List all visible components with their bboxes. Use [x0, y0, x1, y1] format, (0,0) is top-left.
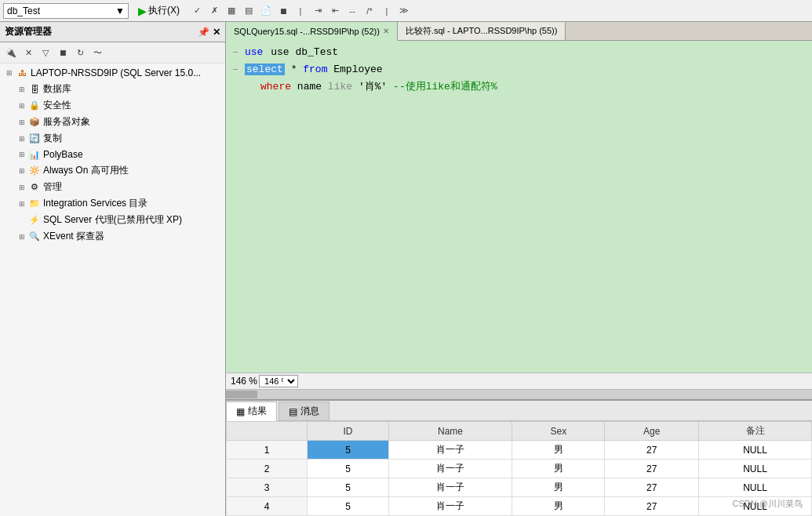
table-row[interactable]: 25肖一子男27NULL: [227, 460, 812, 478]
table-cell: 肖一子: [388, 478, 512, 497]
toolbar-comment-icon[interactable]: --: [344, 3, 360, 19]
server-node[interactable]: ⊞ 🖧 LAPTOP-NRSSD9IP (SQL Server 15.0...: [0, 65, 225, 81]
table-cell: 肖一子: [388, 497, 512, 516]
use-keyword: use: [245, 46, 263, 58]
sidebar-header: 资源管理器 📌 ✕: [0, 22, 225, 42]
execute-button[interactable]: ▶ 执行(X): [135, 2, 183, 19]
comment-text: --使用like和通配符%: [393, 81, 497, 93]
table-cell: 5: [308, 460, 388, 478]
sidebar-tree: ⊞ 🖧 LAPTOP-NRSSD9IP (SQL Server 15.0... …: [0, 64, 225, 516]
toolbar-grid-icon[interactable]: ▦: [224, 3, 239, 19]
scroll-thumb[interactable]: [226, 391, 257, 398]
zoom-select[interactable]: 146 % 100 % 75 %: [259, 375, 298, 387]
table-cell: 男: [512, 460, 605, 478]
code-line-3-text: where name like '肖%' --使用like和通配符%: [260, 78, 497, 96]
results-tab-messages-label: 消息: [300, 405, 319, 418]
code-area[interactable]: – use use db_Test – select * from Employ…: [226, 41, 812, 372]
always-on-label: Always On 高可用性: [43, 164, 129, 177]
toolbar-check-icon[interactable]: ✓: [189, 3, 205, 19]
table-row[interactable]: 45肖一子男27NULL: [227, 497, 812, 516]
play-icon: ▶: [138, 5, 147, 17]
connect-icon[interactable]: 🔌: [3, 45, 19, 60]
watermark: CSDN @川川菜鸟: [733, 498, 803, 510]
toolbar-parse-icon[interactable]: ✗: [206, 3, 222, 19]
databases-expand-icon: ⊞: [16, 83, 28, 96]
sidebar-item-databases[interactable]: ⊞ 🗄 数据库: [0, 81, 225, 97]
sidebar-item-server-objects[interactable]: ⊞ 📦 服务器对象: [0, 114, 225, 130]
filter-icon[interactable]: ▽: [38, 45, 53, 60]
integration-services-expand-icon: ⊞: [16, 198, 28, 210]
sidebar-item-replication[interactable]: ⊞ 🔄 复制: [0, 130, 225, 147]
sidebar-item-integration-services[interactable]: ⊞ 📁 Integration Services 目录: [0, 195, 225, 212]
tab-sqlquery15-label: SQLQuery15.sql -...RSSD9IP\hp (52)): [234, 27, 380, 36]
row-num-cell: 2: [227, 460, 308, 478]
table-cell: NULL: [699, 441, 812, 460]
th-age: Age: [605, 422, 699, 441]
th-note: 备注: [699, 422, 812, 441]
zoom-bar: 146 % 146 % 100 % 75 %: [226, 372, 812, 390]
table-row[interactable]: 15肖一子男27NULL: [227, 441, 812, 460]
toolbar-more-icon[interactable]: ≫: [396, 3, 412, 19]
data-table: ID Name Sex Age 备注 15肖一子男27NULL25肖一子男27N…: [226, 421, 812, 516]
server-expand-icon: ⊞: [3, 67, 16, 79]
tab-compare[interactable]: 比较符.sql - LAPTO...RSSD9IP\hp (55)): [398, 22, 566, 40]
row-num-cell: 4: [227, 497, 308, 516]
replication-icon: 🔄: [28, 133, 41, 145]
replication-label: 复制: [43, 132, 62, 145]
sidebar-item-management[interactable]: ⊞ ⚙ 管理: [0, 179, 225, 195]
results-grid-icon: ▦: [236, 406, 245, 417]
code-line-2-text: select * from Employee: [245, 61, 383, 78]
polybase-label: PolyBase: [43, 149, 83, 160]
sidebar-item-sql-agent[interactable]: ⚡ SQL Server 代理(已禁用代理 XP): [0, 212, 225, 228]
sql-agent-label: SQL Server 代理(已禁用代理 XP): [43, 213, 182, 227]
results-tab-results[interactable]: ▦ 结果: [226, 402, 277, 421]
toolbar-uncomment-icon[interactable]: /*: [362, 3, 377, 19]
table-cell: 5: [308, 497, 388, 516]
integration-services-icon: 📁: [28, 198, 41, 210]
server-objects-label: 服务器对象: [43, 115, 90, 129]
sidebar-close-icon[interactable]: ✕: [213, 27, 220, 38]
tab-sqlquery15-close[interactable]: ✕: [383, 27, 389, 35]
integration-services-label: Integration Services 目录: [43, 197, 147, 210]
sidebar-toolbar: 🔌 ✕ ▽ ⏹ ↻ 〜: [0, 42, 225, 64]
table-cell: 5: [308, 441, 388, 460]
stop-icon[interactable]: ⏹: [55, 45, 71, 60]
sidebar-item-polybase[interactable]: ⊞ 📊 PolyBase: [0, 147, 225, 162]
management-icon: ⚙: [28, 181, 41, 194]
execute-label: 执行(X): [148, 4, 180, 17]
line-indicator-2: –: [232, 61, 242, 78]
table-cell: 肖一子: [388, 441, 512, 460]
zoom-value: 146 %: [231, 376, 257, 387]
sidebar-item-always-on[interactable]: ⊞ 🔆 Always On 高可用性: [0, 162, 225, 179]
pin-icon[interactable]: 📌: [198, 27, 209, 38]
toolbar-file-icon[interactable]: 📄: [258, 3, 274, 19]
th-sex: Sex: [512, 422, 605, 441]
horizontal-scrollbar[interactable]: [226, 390, 812, 399]
db-selector[interactable]: db_Test ▼: [3, 3, 129, 19]
tabs-bar: SQLQuery15.sql -...RSSD9IP\hp (52)) ✕ 比较…: [226, 22, 812, 41]
results-panel: ▦ 结果 ▤ 消息 ID Name Sex Age: [226, 399, 812, 516]
table-cell: 5: [308, 478, 388, 497]
sidebar-item-security[interactable]: ⊞ 🔒 安全性: [0, 97, 225, 114]
server-label: LAPTOP-NRSSD9IP (SQL Server 15.0...: [31, 67, 201, 78]
table-cell: NULL: [699, 460, 812, 478]
code-line-2: – select * from Employee: [232, 61, 806, 78]
toolbar-indent-icon[interactable]: ⇥: [310, 3, 326, 19]
always-on-expand-icon: ⊞: [16, 165, 28, 177]
table-row[interactable]: 35肖一子男27NULL: [227, 478, 812, 497]
toolbar-outdent-icon[interactable]: ⇤: [327, 3, 343, 19]
xevent-icon: 🔍: [28, 231, 41, 243]
refresh-icon[interactable]: ↻: [72, 45, 88, 60]
results-tab-messages[interactable]: ▤ 消息: [279, 402, 330, 420]
sql-agent-expand-icon: [16, 214, 28, 227]
security-label: 安全性: [43, 99, 71, 112]
toolbar-text-icon[interactable]: ▤: [241, 3, 257, 19]
activity-icon[interactable]: 〜: [89, 45, 105, 60]
sidebar-header-icons: 📌 ✕: [198, 27, 220, 38]
from-keyword: from: [303, 64, 327, 75]
disconnect-icon[interactable]: ✕: [20, 45, 36, 60]
server-objects-icon: 📦: [28, 116, 41, 129]
toolbar-stop-icon[interactable]: ⏹: [275, 3, 291, 19]
sidebar-item-xevent[interactable]: ⊞ 🔍 XEvent 探查器: [0, 228, 225, 245]
tab-sqlquery15[interactable]: SQLQuery15.sql -...RSSD9IP\hp (52)) ✕: [226, 22, 398, 41]
